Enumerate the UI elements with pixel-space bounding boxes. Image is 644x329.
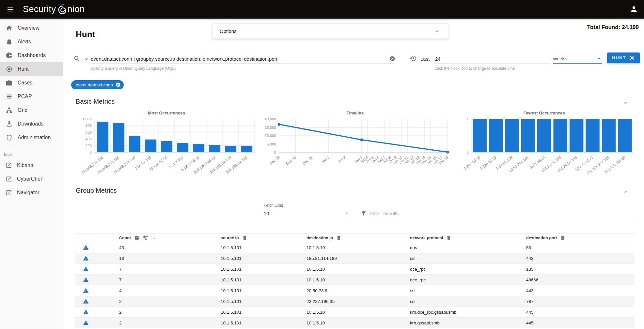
- duration-input[interactable]: [434, 54, 549, 64]
- table-cell: 43: [119, 245, 221, 250]
- table-row[interactable]: 210.1.5.10110.1.5.10krb,dce_rpc,gssapi,s…: [75, 307, 634, 318]
- external-link-icon: [6, 176, 12, 182]
- svg-text:15,000: 15,000: [265, 126, 276, 129]
- filter-results-input[interactable]: [369, 209, 633, 218]
- sidebar-item-pcap[interactable]: PCAP: [0, 90, 63, 103]
- warning-triangle-icon[interactable]: [83, 255, 89, 261]
- table-cell: 443: [526, 288, 634, 293]
- table-cell: 49666: [526, 277, 634, 282]
- sidebar-tool-navigator[interactable]: Navigator: [0, 186, 63, 200]
- remove-column-icon[interactable]: [446, 235, 451, 241]
- fewest-occurrences-chart: Fewest Occurrences 011.203.16.181.226.62…: [452, 110, 636, 182]
- warning-triangle-icon[interactable]: [83, 288, 89, 293]
- sidebar-item-cases[interactable]: Cases: [0, 76, 63, 90]
- table-row[interactable]: 210.1.5.10110.1.5.10krb,gssapi,smb445: [75, 318, 634, 328]
- duration-units-select[interactable]: weeks: [553, 54, 602, 64]
- column-header-count[interactable]: Count: [119, 235, 221, 241]
- download-icon: [6, 120, 13, 127]
- filter-chip[interactable]: event.dataset:conn: [71, 80, 124, 89]
- clock-history-icon[interactable]: [410, 55, 417, 62]
- table-cell: dce_rpc: [410, 277, 526, 282]
- svg-text:Jan 1: Jan 1: [320, 155, 330, 164]
- sidebar-item-dashboards[interactable]: Dashboards: [0, 49, 63, 62]
- table-cell: 7: [119, 277, 221, 282]
- network-icon: [6, 107, 13, 114]
- sidebar-tool-cyberchef[interactable]: CyberChef: [0, 172, 63, 186]
- menu-icon[interactable]: [5, 4, 16, 15]
- sidebar-item-downloads[interactable]: Downloads: [0, 117, 63, 131]
- table-cell: 185.81.114.189: [306, 256, 410, 261]
- select-caret-icon: [596, 55, 602, 62]
- warning-triangle-icon[interactable]: [83, 309, 89, 315]
- graph-icon[interactable]: [143, 235, 149, 241]
- table-cell: 53: [526, 245, 634, 250]
- collapse-group-metrics-icon[interactable]: [622, 188, 629, 195]
- main-content: Hunt Options Total Found: 24,199 Specify…: [63, 19, 644, 329]
- remove-column-icon[interactable]: [560, 235, 565, 241]
- table-header-row: Countsource.ipdestination.ipnetwork.prot…: [75, 234, 634, 242]
- fetch-limit-select[interactable]: 10: [264, 209, 349, 218]
- table-row[interactable]: 410.1.5.10120.50.73.9ssl443: [75, 285, 634, 296]
- app-logo: Security nion: [23, 3, 85, 16]
- column-header-network-protocol[interactable]: network.protocol: [410, 235, 526, 241]
- table-cell: 787: [526, 299, 634, 304]
- table-cell: 10.1.5.101: [221, 310, 306, 315]
- remove-filter-icon[interactable]: [116, 82, 121, 87]
- caret-down-icon[interactable]: [152, 235, 157, 241]
- svg-text:Dec 29: Dec 29: [269, 155, 280, 166]
- query-input[interactable]: [91, 54, 394, 64]
- table-cell: dns: [410, 245, 526, 250]
- clear-query-icon[interactable]: [389, 56, 395, 62]
- warning-triangle-icon[interactable]: [83, 245, 89, 250]
- chart-title: Fewest Occurrences: [452, 110, 636, 116]
- table-cell: 10.1.5.10: [306, 310, 410, 315]
- column-header-label: source.ip: [221, 236, 239, 240]
- remove-column-icon[interactable]: [242, 235, 247, 241]
- collapse-basic-metrics-icon[interactable]: [622, 99, 629, 106]
- options-label: Options: [220, 28, 237, 34]
- warning-triangle-icon[interactable]: [83, 298, 89, 304]
- table-row[interactable]: 4310.1.5.10110.1.5.10dns53: [75, 242, 634, 253]
- warning-triangle-icon[interactable]: [83, 266, 89, 272]
- svg-text:0: 0: [90, 150, 92, 154]
- sidebar-tool-kibana[interactable]: Kibana: [0, 158, 63, 172]
- warning-triangle-icon[interactable]: [83, 320, 89, 326]
- table-cell: dce_rpc: [410, 267, 526, 272]
- table-row[interactable]: 1310.1.5.101185.81.114.189ssl443: [75, 253, 634, 264]
- fewest-occurrences-canvas: 011.203.16.181.226.62.921.34.93.13910.53…: [452, 116, 636, 182]
- logo-text-after: nion: [68, 4, 85, 14]
- user-icon[interactable]: [630, 5, 638, 13]
- column-header-destination-port[interactable]: destination.port: [526, 235, 634, 241]
- table-cell: 10.1.5.101: [221, 256, 306, 261]
- sidebar-item-label: Alerts: [18, 39, 31, 45]
- warning-triangle-icon[interactable]: [83, 277, 89, 283]
- svg-text:Dec 30: Dec 30: [285, 155, 297, 166]
- column-header-source-ip[interactable]: source.ip: [221, 235, 306, 241]
- table-cell: 443: [526, 256, 634, 261]
- table-row[interactable]: 210.1.5.10123.227.196.35ssl787: [75, 296, 634, 307]
- table-cell: 10.1.5.10: [306, 277, 410, 282]
- duration-units-value: weeks: [553, 56, 567, 61]
- sidebar-item-hunt[interactable]: Hunt: [0, 62, 63, 76]
- sidebar-item-overview[interactable]: Overview: [0, 21, 63, 35]
- column-header-label: network.protocol: [410, 236, 443, 240]
- column-header-destination-ip[interactable]: destination.ip: [306, 235, 410, 241]
- hunt-button[interactable]: HUNT: [607, 52, 640, 63]
- svg-text:5,000: 5,000: [267, 142, 276, 146]
- sidebar-item-grid[interactable]: Grid: [0, 103, 63, 117]
- sidebar-item-alerts[interactable]: Alerts: [0, 35, 63, 49]
- table-row[interactable]: 710.1.5.10110.1.5.10dce_rpc135: [75, 264, 634, 275]
- pie-chart-icon[interactable]: [134, 235, 140, 241]
- table-cell: 10.1.5.101: [221, 321, 306, 325]
- external-link-icon: [6, 189, 12, 196]
- query-history-chevron-icon[interactable]: [84, 56, 89, 62]
- search-icon[interactable]: [73, 55, 81, 62]
- svg-text:0: 0: [467, 150, 469, 154]
- last-label: Last: [420, 56, 430, 62]
- options-expander[interactable]: Options: [212, 23, 448, 39]
- sidebar-item-label: Downloads: [18, 121, 43, 127]
- tools-section-label: Tools: [0, 148, 63, 158]
- table-row[interactable]: 710.1.5.10110.1.5.10dce_rpc49666: [75, 275, 634, 285]
- remove-column-icon[interactable]: [336, 235, 341, 241]
- sidebar-item-administration[interactable]: Administration: [0, 131, 63, 144]
